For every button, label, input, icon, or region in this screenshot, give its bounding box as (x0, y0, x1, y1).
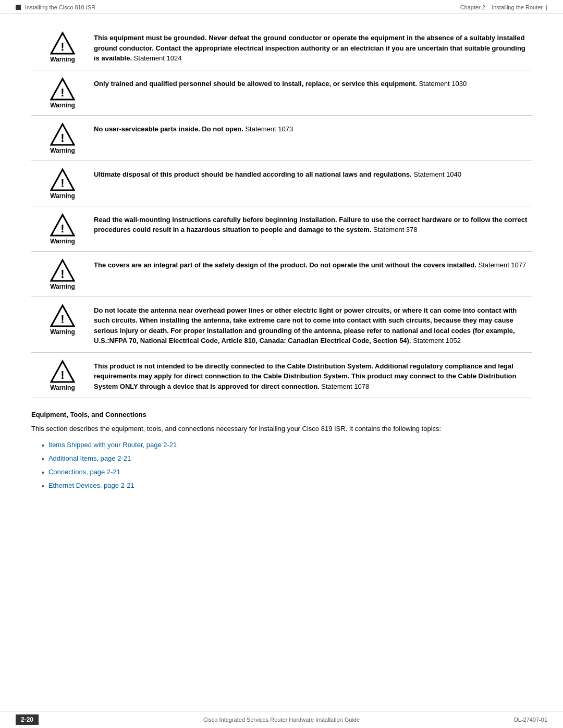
warning-text: This product is not intended to be direc… (94, 359, 532, 392)
equipment-links-list: Items Shipped with your Router, page 2-2… (42, 440, 532, 492)
equipment-link[interactable]: Items Shipped with your Router, page 2-2… (48, 440, 177, 450)
svg-text:!: ! (60, 267, 64, 280)
warning-bold-text: No user-serviceable parts inside. Do not… (94, 125, 243, 133)
warning-text: Do not locate the antenna near overhead … (94, 303, 532, 346)
warning-statement: Statement 1077 (476, 261, 526, 269)
warning-block: ! Warning Only trained and qualified per… (31, 70, 532, 116)
warning-left: ! Warning (31, 122, 94, 154)
footer-center-text: Cisco Integrated Services Router Hardwar… (203, 717, 360, 723)
warning-bold-text: Read the wall-mounting instructions care… (94, 216, 527, 234)
warning-bold-text: The covers are an integral part of the s… (94, 261, 476, 269)
header-right: Chapter 2 Installing the Router | (460, 4, 547, 10)
svg-text:!: ! (60, 368, 64, 381)
warning-text: No user-serviceable parts inside. Do not… (94, 122, 532, 134)
footer-left: 2-20 (16, 714, 39, 725)
warning-left: ! Warning (31, 359, 94, 391)
equipment-link[interactable]: Ethernet Devices, page 2-21 (48, 480, 134, 491)
warning-bold-text: Only trained and qualified personnel sho… (94, 80, 417, 88)
svg-text:!: ! (60, 222, 64, 235)
warning-block: ! Warning Do not locate the antenna near… (31, 297, 532, 353)
warning-block: ! Warning This product is not intended t… (31, 353, 532, 399)
svg-text:!: ! (60, 86, 64, 99)
warning-block: ! Warning The covers are an integral par… (31, 252, 532, 297)
warning-block: ! Warning Ultimate disposal of this prod… (31, 161, 532, 206)
warning-triangle-icon: ! (50, 359, 75, 384)
svg-text:!: ! (60, 131, 64, 144)
warning-label: Warning (50, 56, 75, 63)
warning-left: ! Warning (31, 258, 94, 290)
warning-label: Warning (50, 147, 75, 154)
equipment-link[interactable]: Additional Items, page 2-21 (48, 453, 131, 464)
warning-triangle-icon: ! (50, 258, 75, 283)
warning-left: ! Warning (31, 31, 94, 63)
warning-block: ! Warning Read the wall-mounting instruc… (31, 206, 532, 252)
warning-statement: Statement 1040 (412, 170, 461, 178)
warning-bold-text: This product is not intended to be direc… (94, 362, 516, 390)
header-square-icon (16, 5, 21, 10)
footer-right-text: OL-27407-01 (513, 717, 547, 723)
equipment-link-item[interactable]: Additional Items, page 2-21 (42, 453, 532, 465)
svg-text:!: ! (60, 177, 64, 190)
warning-statement: Statement 1078 (320, 382, 369, 390)
warning-label: Warning (50, 283, 75, 290)
page-number: 2-20 (16, 714, 39, 725)
equipment-link-item[interactable]: Items Shipped with your Router, page 2-2… (42, 440, 532, 451)
warning-label: Warning (50, 328, 75, 336)
warning-text: Ultimate disposal of this product should… (94, 167, 532, 180)
warning-block: ! Warning No user-serviceable parts insi… (31, 116, 532, 161)
main-content: ! Warning This equipment must be grounde… (0, 14, 563, 507)
warning-triangle-icon: ! (50, 213, 75, 238)
warning-triangle-icon: ! (50, 303, 75, 328)
warning-label: Warning (50, 238, 75, 245)
equipment-section-heading: Equipment, Tools, and Connections (31, 411, 532, 418)
warning-block: ! Warning This equipment must be grounde… (31, 24, 532, 70)
warning-statement: Statement 1030 (417, 80, 467, 88)
warning-triangle-icon: ! (50, 77, 75, 102)
warning-statement: Statement 1052 (411, 337, 461, 344)
warning-label: Warning (50, 384, 75, 391)
warning-bold-text: Ultimate disposal of this product should… (94, 170, 412, 178)
warning-triangle-icon: ! (50, 167, 75, 192)
chapter-title: Installing the Router (492, 4, 543, 10)
page-footer: 2-20 Cisco Integrated Services Router Ha… (0, 711, 563, 728)
warnings-container: ! Warning This equipment must be grounde… (31, 24, 532, 398)
equipment-link[interactable]: Connections, page 2-21 (48, 467, 120, 477)
page-header: Installing the Cisco 810 ISR Chapter 2 I… (0, 0, 563, 14)
warning-statement: Statement 1024 (132, 54, 181, 62)
warning-statement: Statement 378 (371, 226, 417, 233)
warning-text: Only trained and qualified personnel sho… (94, 77, 532, 89)
warning-triangle-icon: ! (50, 122, 75, 147)
svg-text:!: ! (60, 313, 64, 326)
warning-label: Warning (50, 102, 75, 109)
warning-triangle-icon: ! (50, 31, 75, 56)
warning-text: The covers are an integral part of the s… (94, 258, 532, 270)
svg-text:!: ! (60, 40, 64, 53)
header-left: Installing the Cisco 810 ISR (16, 4, 95, 10)
warning-text: This equipment must be grounded. Never d… (94, 31, 532, 64)
warning-statement: Statement 1073 (243, 125, 293, 133)
equipment-link-item[interactable]: Ethernet Devices, page 2-21 (42, 480, 532, 492)
warning-left: ! Warning (31, 303, 94, 336)
warning-text: Read the wall-mounting instructions care… (94, 213, 532, 235)
sub-header-text: Installing the Cisco 810 ISR (25, 4, 95, 10)
chapter-label: Chapter 2 (460, 4, 485, 10)
warning-left: ! Warning (31, 167, 94, 200)
equipment-link-item[interactable]: Connections, page 2-21 (42, 467, 532, 478)
warning-left: ! Warning (31, 77, 94, 109)
warning-label: Warning (50, 192, 75, 200)
warning-left: ! Warning (31, 213, 94, 245)
equipment-section-body: This section describes the equipment, to… (31, 424, 532, 435)
